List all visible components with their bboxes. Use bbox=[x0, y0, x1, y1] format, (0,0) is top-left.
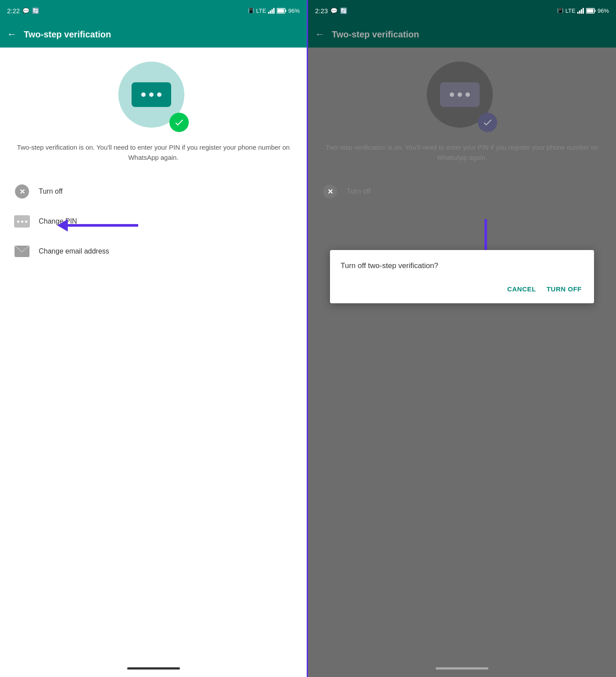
right-status-right: 📳 LTE 96% bbox=[557, 7, 609, 14]
right-phone-panel: 2:23 💬 🔄 📳 LTE 96% ← Two-step verificati… bbox=[308, 0, 616, 677]
svg-rect-0 bbox=[268, 12, 269, 14]
left-change-pin-item[interactable]: Change PIN bbox=[11, 206, 296, 236]
left-description: Two-step verification is on. You'll need… bbox=[11, 143, 296, 162]
svg-rect-2 bbox=[271, 9, 273, 14]
right-clock-icon: 🔄 bbox=[340, 7, 347, 14]
right-turn-off-label: Turn off bbox=[347, 188, 370, 195]
left-turn-off-item[interactable]: ✕ Turn off bbox=[11, 177, 296, 206]
left-status-bar: 2:22 💬 🔄 📳 LTE 96% bbox=[0, 0, 307, 21]
right-menu-list: ✕ Turn off bbox=[319, 177, 605, 206]
left-turn-off-label: Turn off bbox=[39, 188, 62, 195]
left-signal-icon bbox=[268, 8, 275, 14]
left-clock-icon: 🔄 bbox=[32, 7, 39, 14]
left-pin-dot-3 bbox=[157, 92, 161, 97]
left-turnoff-icon: ✕ bbox=[14, 184, 30, 199]
right-check-circle bbox=[478, 113, 497, 132]
right-status-bar: 2:23 💬 🔄 📳 LTE 96% bbox=[308, 0, 616, 21]
svg-rect-11 bbox=[583, 8, 584, 14]
left-chat-icon: 💬 bbox=[22, 7, 29, 14]
right-dialog: Turn off two-step verification? Cancel T… bbox=[330, 250, 594, 303]
left-battery-icon bbox=[277, 8, 286, 14]
left-home-indicator bbox=[0, 659, 307, 677]
right-back-button[interactable]: ← bbox=[315, 29, 325, 40]
left-verification-icon-area bbox=[118, 62, 189, 132]
svg-rect-13 bbox=[594, 10, 595, 12]
dialog-buttons: Cancel Turn off bbox=[341, 282, 583, 296]
left-changeemail-icon bbox=[14, 243, 30, 259]
left-pin-box bbox=[132, 82, 171, 107]
left-dots-box bbox=[14, 215, 30, 228]
left-menu-list: ✕ Turn off Change PIN bbox=[11, 177, 296, 266]
left-lte-label: LTE bbox=[256, 7, 266, 14]
right-x-circle: ✕ bbox=[323, 184, 337, 199]
left-page-title: Two-step verification bbox=[24, 29, 111, 40]
left-top-bar: ← Two-step verification bbox=[0, 21, 307, 48]
svg-rect-10 bbox=[581, 9, 582, 14]
right-pin-dot-3 bbox=[466, 92, 470, 97]
right-page-title: Two-step verification bbox=[332, 29, 419, 40]
left-phone-panel: 2:22 💬 🔄 📳 LTE 96% ← Two-step verificati… bbox=[0, 0, 308, 677]
right-description: Two-step verification is on. You'll need… bbox=[319, 143, 605, 162]
left-home-bar bbox=[127, 667, 180, 670]
right-top-bar: ← Two-step verification bbox=[308, 21, 616, 48]
right-content: Two-step verification is on. You'll need… bbox=[308, 48, 616, 659]
left-pin-dot-2 bbox=[149, 92, 154, 97]
right-signal-icon bbox=[577, 8, 584, 14]
left-pin-dot-1 bbox=[141, 92, 146, 97]
left-dot-2 bbox=[21, 221, 23, 223]
left-status-left: 2:22 💬 🔄 bbox=[7, 7, 39, 15]
left-changepin-icon bbox=[14, 213, 30, 229]
left-status-right: 📳 LTE 96% bbox=[248, 7, 300, 14]
dialog-confirm-button[interactable]: Turn off bbox=[545, 282, 583, 296]
svg-rect-1 bbox=[270, 11, 271, 14]
left-dot-3 bbox=[25, 221, 27, 223]
left-content: Two-step verification is on. You'll need… bbox=[0, 48, 307, 659]
right-verification-icon-area bbox=[427, 62, 497, 132]
right-status-left: 2:23 💬 🔄 bbox=[315, 7, 347, 15]
svg-rect-14 bbox=[587, 9, 593, 12]
dialog-title: Turn off two-step verification? bbox=[341, 261, 583, 271]
left-change-email-label: Change email address bbox=[39, 247, 109, 255]
right-pin-box bbox=[440, 82, 480, 107]
right-battery-icon bbox=[586, 8, 596, 14]
left-arrow-head bbox=[57, 219, 68, 232]
left-battery-pct: 96% bbox=[288, 7, 300, 14]
left-envelope-icon bbox=[15, 246, 29, 257]
right-turnoff-icon: ✕ bbox=[322, 184, 338, 199]
left-vibrate-icon: 📳 bbox=[248, 7, 254, 14]
left-dot-1 bbox=[17, 221, 19, 223]
left-arrow-annotation bbox=[57, 219, 138, 232]
right-pin-dot-1 bbox=[450, 92, 454, 97]
svg-rect-5 bbox=[285, 10, 286, 12]
dialog-cancel-button[interactable]: Cancel bbox=[506, 282, 538, 296]
right-arrow-down-shaft bbox=[484, 219, 487, 254]
right-battery-pct: 96% bbox=[598, 7, 609, 14]
svg-rect-3 bbox=[273, 8, 275, 14]
left-x-circle: ✕ bbox=[15, 184, 29, 199]
right-vibrate-icon: 📳 bbox=[557, 7, 564, 14]
left-arrow-shaft bbox=[68, 224, 138, 227]
right-turn-off-item[interactable]: ✕ Turn off bbox=[319, 177, 605, 206]
right-lte-label: LTE bbox=[565, 7, 576, 14]
right-pin-dot-2 bbox=[458, 92, 462, 97]
right-home-bar bbox=[436, 667, 488, 670]
right-home-indicator bbox=[308, 659, 616, 677]
svg-rect-8 bbox=[577, 12, 579, 14]
svg-rect-9 bbox=[579, 11, 580, 14]
right-chat-icon: 💬 bbox=[330, 7, 337, 14]
left-check-circle bbox=[169, 113, 189, 132]
left-time: 2:22 bbox=[7, 7, 20, 15]
svg-rect-6 bbox=[277, 9, 284, 12]
left-change-email-item[interactable]: Change email address bbox=[11, 236, 296, 266]
left-back-button[interactable]: ← bbox=[7, 29, 17, 40]
right-time: 2:23 bbox=[315, 7, 328, 15]
